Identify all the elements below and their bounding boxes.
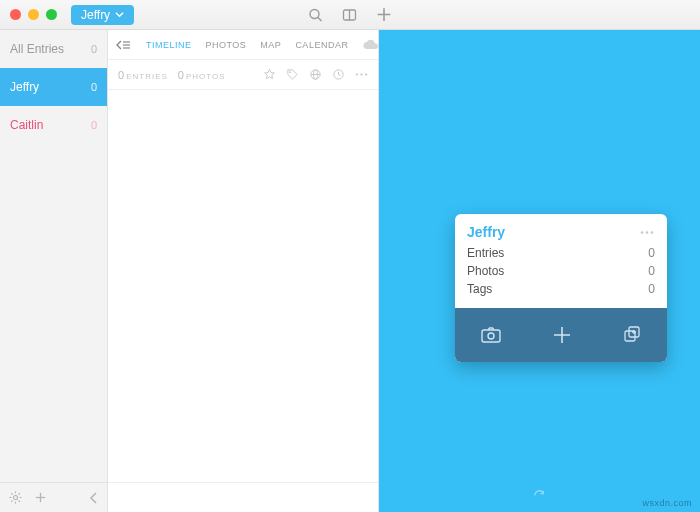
entries-list — [108, 90, 378, 482]
sidebar-footer — [0, 482, 107, 512]
svg-point-25 — [356, 73, 358, 75]
window-controls — [10, 9, 57, 20]
svg-point-0 — [310, 9, 319, 18]
journal-selector-label: Jeffry — [81, 8, 110, 22]
svg-point-29 — [646, 231, 649, 234]
row-label: Entries — [467, 246, 504, 260]
cloud-sync-icon[interactable] — [362, 38, 380, 52]
star-filter-icon[interactable] — [263, 68, 276, 81]
popover-row-entries: Entries 0 — [467, 244, 655, 262]
new-entry-icon[interactable] — [376, 6, 393, 23]
svg-point-27 — [365, 73, 367, 75]
photos-count: 0 — [178, 69, 184, 81]
panels-icon[interactable] — [342, 7, 358, 23]
zoom-button[interactable] — [46, 9, 57, 20]
more-filter-icon[interactable] — [355, 68, 368, 81]
entries-label: ENTRIES — [126, 72, 168, 81]
camera-icon[interactable] — [480, 326, 502, 344]
photos-stat: 0PHOTOS — [178, 69, 226, 81]
chevron-down-icon — [115, 10, 124, 19]
popover-title: Jeffry — [467, 224, 505, 240]
tab-map[interactable]: MAP — [260, 40, 281, 50]
svg-point-32 — [488, 333, 494, 339]
add-entry-icon[interactable] — [551, 324, 573, 346]
duplicate-icon[interactable] — [622, 325, 642, 345]
svg-line-13 — [11, 501, 12, 502]
sidebar-item-count: 0 — [91, 119, 97, 131]
time-filter-icon[interactable] — [332, 68, 345, 81]
gear-icon[interactable] — [8, 490, 23, 505]
row-value: 0 — [648, 282, 655, 296]
detail-pane: Jeffry Entries 0 Photos 0 Tags — [379, 30, 700, 512]
photos-label: PHOTOS — [186, 72, 226, 81]
tab-calendar[interactable]: CALENDAR — [295, 40, 348, 50]
watermark: wsxdn.com — [642, 498, 692, 508]
tag-filter-icon[interactable] — [286, 68, 299, 81]
sidebar-item-label: Jeffry — [10, 80, 39, 94]
svg-point-30 — [651, 231, 654, 234]
sidebar-item-jeffry[interactable]: Jeffry 0 — [0, 68, 107, 106]
refresh-icon[interactable] — [532, 488, 547, 506]
svg-point-6 — [13, 495, 17, 499]
svg-point-20 — [289, 71, 291, 73]
back-icon[interactable] — [116, 39, 132, 51]
row-label: Photos — [467, 264, 504, 278]
sidebar-item-label: All Entries — [10, 42, 64, 56]
row-value: 0 — [648, 246, 655, 260]
more-icon[interactable] — [639, 230, 655, 235]
svg-point-26 — [360, 73, 362, 75]
stats-bar: 0ENTRIES 0PHOTOS — [108, 60, 378, 90]
collapse-sidebar-icon[interactable] — [89, 492, 99, 504]
svg-line-12 — [19, 501, 20, 502]
journal-selector[interactable]: Jeffry — [71, 5, 134, 25]
titlebar: Jeffry — [0, 0, 700, 30]
svg-line-14 — [19, 493, 20, 494]
entries-stat: 0ENTRIES — [118, 69, 168, 81]
close-button[interactable] — [10, 9, 21, 20]
sidebar-item-caitlin[interactable]: Caitlin 0 — [0, 106, 107, 144]
minimize-button[interactable] — [28, 9, 39, 20]
svg-line-1 — [318, 17, 322, 21]
row-value: 0 — [648, 264, 655, 278]
sidebar-item-label: Caitlin — [10, 118, 43, 132]
sidebar-item-count: 0 — [91, 43, 97, 55]
view-tabs: TIMELINE PHOTOS MAP CALENDAR — [108, 30, 378, 60]
svg-rect-31 — [482, 330, 500, 342]
tab-photos[interactable]: PHOTOS — [206, 40, 247, 50]
popover-row-photos: Photos 0 — [467, 262, 655, 280]
main-footer — [108, 482, 378, 512]
journal-popover: Jeffry Entries 0 Photos 0 Tags — [455, 214, 667, 362]
svg-point-28 — [641, 231, 644, 234]
sidebar-item-count: 0 — [91, 81, 97, 93]
popover-row-tags: Tags 0 — [467, 280, 655, 298]
sidebar-item-all-entries[interactable]: All Entries 0 — [0, 30, 107, 68]
popover-actions — [455, 308, 667, 362]
tab-timeline[interactable]: TIMELINE — [146, 40, 192, 50]
globe-filter-icon[interactable] — [309, 68, 322, 81]
search-icon[interactable] — [308, 7, 324, 23]
main-panel: TIMELINE PHOTOS MAP CALENDAR 0ENTRIES 0P… — [108, 30, 379, 512]
entries-count: 0 — [118, 69, 124, 81]
svg-line-11 — [11, 493, 12, 494]
sidebar: All Entries 0 Jeffry 0 Caitlin 0 — [0, 30, 108, 512]
row-label: Tags — [467, 282, 492, 296]
add-journal-icon[interactable] — [33, 490, 48, 505]
